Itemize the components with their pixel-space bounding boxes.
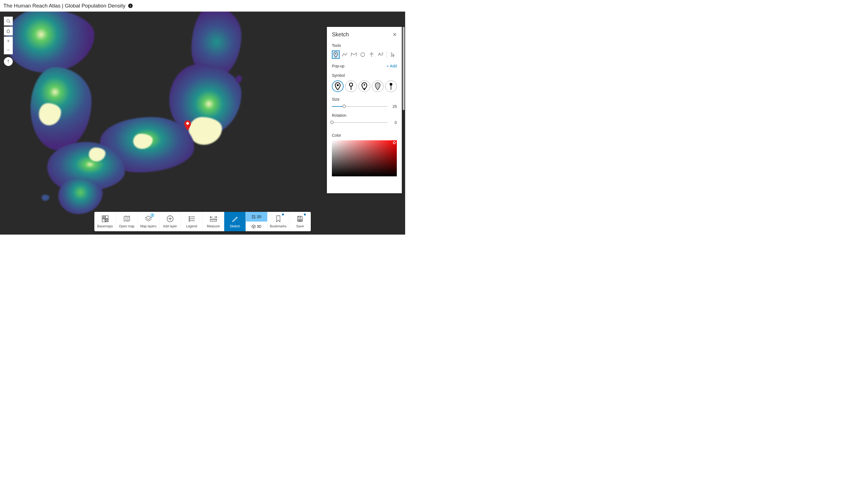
measure-label: Measure [207,224,220,228]
svg-point-8 [349,83,353,86]
symbol-pin-outline[interactable] [332,81,343,92]
3d-label: 3D [257,224,261,229]
density-region [42,195,49,201]
measure-icon [209,215,217,223]
color-picker[interactable] [332,140,397,176]
symbol-label: Symbol [332,73,397,78]
save-icon [296,215,304,223]
bookmark-icon [275,215,282,223]
sketch-button[interactable]: Sketch [224,212,246,231]
page-title: The Human Reach Atlas | Global Populatio… [3,3,125,9]
svg-rect-38 [298,219,302,221]
point-tool[interactable] [332,51,340,59]
polygon-tool[interactable] [350,51,358,59]
zoom-in-button[interactable]: + [4,36,13,45]
notification-dot [282,213,284,216]
text-tool[interactable] [376,51,384,59]
map-marker[interactable] [184,120,191,130]
save-button[interactable]: Save [289,212,311,231]
view-3d-button[interactable]: 3D [246,222,267,231]
sketch-label: Sketch [230,224,240,228]
svg-marker-4 [8,62,9,64]
sketch-icon [231,215,239,223]
sketch-panel: Sketch ✕ Tools [327,27,402,193]
svg-point-6 [361,53,365,56]
size-slider[interactable]: 25 [332,104,397,109]
rotation-label: Rotation [332,113,397,117]
density-region [6,12,94,73]
map-layers-button[interactable]: 2 Map layers [138,212,159,231]
plus-icon: + [7,38,10,44]
basemaps-icon [101,215,109,223]
basemaps-label: Basemaps [97,224,113,228]
svg-rect-16 [102,219,105,222]
open-map-label: Open map [119,224,134,228]
close-icon[interactable]: ✕ [393,32,397,38]
select-tool[interactable] [389,51,397,59]
svg-line-2 [9,22,10,23]
svg-point-21 [189,216,190,217]
divider [386,51,387,58]
open-map-button[interactable]: Open map [116,212,138,231]
arrow-tool[interactable] [368,51,375,59]
popup-label: Pop-up [332,64,344,68]
size-value: 25 [390,104,397,109]
svg-point-12 [390,83,392,86]
rotation-slider[interactable]: 0 [332,120,397,125]
minus-icon: − [7,47,10,53]
rotation-value: 0 [390,120,397,125]
panel-title: Sketch [332,31,349,38]
draw-tools [332,51,397,59]
notification-dot [304,213,306,216]
bottom-toolbar: Basemaps Open map 2 Map layers Add layer [94,212,311,231]
add-layer-button[interactable]: Add layer [159,212,181,231]
line-tool[interactable] [341,51,349,59]
info-icon[interactable]: i [128,3,133,8]
color-handle[interactable] [393,142,396,144]
map-view[interactable]: + − Sketch ✕ Tools [0,12,405,234]
density-hotspot [189,117,222,145]
symbol-pushpin[interactable] [385,81,397,92]
svg-marker-3 [8,59,9,62]
symbol-pin-solid-dot[interactable] [359,81,370,92]
view-mode-toggle: 2D 3D [246,212,268,231]
tools-label: Tools [332,43,397,48]
home-button[interactable] [4,27,13,35]
bookmarks-button[interactable]: Bookmarks [268,212,289,231]
svg-line-36 [252,216,255,218]
scrollbar[interactable] [403,27,405,110]
density-region [58,178,103,214]
svg-rect-25 [189,220,190,221]
legend-icon [188,215,196,223]
search-button[interactable] [4,17,13,25]
add-layer-icon [166,215,174,223]
size-label: Size [332,97,397,102]
svg-point-10 [364,84,365,86]
symbol-lollipop[interactable] [345,81,357,92]
view-2d-button[interactable]: 2D [246,212,267,222]
add-popup-button[interactable]: + Add [386,64,397,68]
map-controls: + − [4,17,13,66]
measure-button[interactable]: Measure [203,212,224,231]
svg-rect-23 [189,218,190,219]
symbol-pin-gray[interactable] [372,81,383,92]
layers-badge: 2 [150,213,155,217]
2d-label: 2D [257,214,261,219]
open-map-icon [123,215,131,223]
svg-point-5 [335,53,336,54]
circle-tool[interactable] [359,51,366,59]
legend-button[interactable]: Legend [181,212,203,231]
symbol-options [332,81,397,92]
basemaps-button[interactable]: Basemaps [94,212,116,231]
svg-rect-29 [210,219,216,221]
color-label: Color [332,133,397,137]
legend-label: Legend [186,224,197,228]
add-layer-label: Add layer [163,224,177,228]
svg-point-1 [7,19,9,22]
zoom-out-button[interactable]: − [4,45,13,54]
svg-rect-15 [105,216,108,219]
density-region [236,75,242,83]
compass-button[interactable] [4,57,13,66]
svg-point-0 [186,122,189,125]
bookmarks-label: Bookmarks [270,224,286,228]
